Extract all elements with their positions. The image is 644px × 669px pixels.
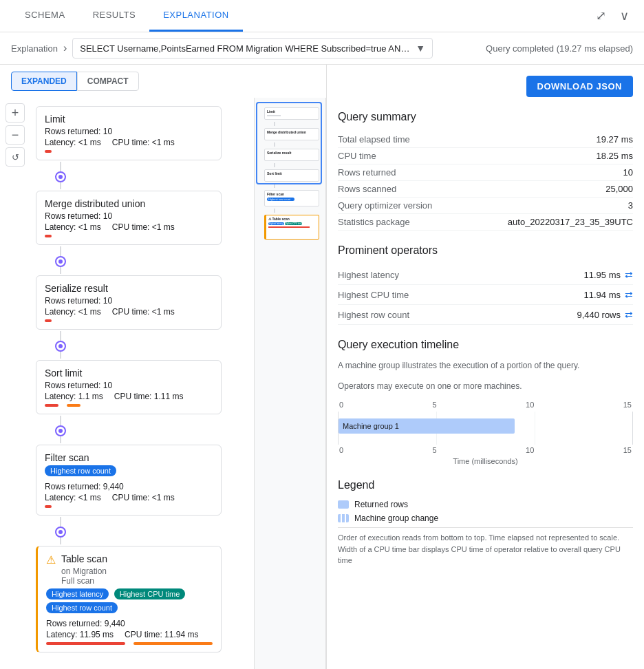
- connector-1: [55, 160, 66, 191]
- connector-circle: [55, 341, 66, 352]
- query-text: SELECT Username,PointsEarned FROM Migrat…: [80, 43, 410, 54]
- latency-bar: [46, 642, 125, 645]
- timeline-chart: 0 5 10 15 Machine group 1 0: [338, 401, 633, 465]
- warning-icon: ⚠: [46, 553, 56, 566]
- node-sort[interactable]: Sort limit Rows returned: 10 Latency: 1.…: [36, 360, 222, 414]
- tab-results[interactable]: RESULTS: [79, 0, 150, 32]
- download-json-button[interactable]: DOWNLOAD JSON: [526, 76, 634, 97]
- node-limit-rows: Rows returned: 10: [45, 127, 213, 136]
- timeline-bar-label: Machine group 1: [343, 422, 399, 430]
- timeline-machine-group-bar: Machine group 1: [339, 418, 515, 434]
- node-filter[interactable]: Filter scan Highest row count Rows retur…: [36, 445, 222, 516]
- node-serialize-cpu: CPU time: <1 ms: [112, 307, 175, 317]
- connector-5: [55, 516, 66, 546]
- prominent-key: Highest row count: [338, 310, 409, 320]
- node-tablescan-rows: Rows returned: 9,440: [46, 619, 213, 628]
- mini-node: Sort limit: [264, 169, 319, 182]
- connector-line2: [60, 182, 61, 189]
- chevron-down-icon: ▼: [416, 43, 425, 54]
- compact-toggle[interactable]: COMPACT: [77, 72, 139, 91]
- node-tablescan-subtitle: on MigrationFull scan: [61, 566, 107, 586]
- summary-val: 18.25 ms: [597, 151, 633, 161]
- query-selector[interactable]: SELECT Username,PointsEarned FROM Migrat…: [72, 38, 433, 59]
- tab-schema[interactable]: SCHEMA: [11, 0, 79, 32]
- summary-key: Rows scanned: [338, 184, 396, 194]
- node-sort-rows: Rows returned: 10: [45, 381, 213, 390]
- node-filter-bars: [45, 505, 213, 508]
- summary-val: 25,000: [605, 184, 633, 194]
- summary-row-stats: Statistics package auto_20220317_23_35_3…: [338, 214, 633, 231]
- node-tablescan[interactable]: ⚠ Table scan on MigrationFull scan Highe…: [36, 546, 222, 652]
- mini-connector: [274, 163, 275, 167]
- summary-row-optimizer: Query optimizer version 3: [338, 198, 633, 214]
- tab-explanation[interactable]: EXPLANATION: [149, 0, 243, 32]
- connector-line: [60, 246, 61, 256]
- node-filter-title: Filter scan: [45, 452, 213, 463]
- connector-circle: [55, 171, 66, 182]
- summary-val: 10: [623, 167, 633, 178]
- timeline-xlabel: Time (milliseconds): [338, 457, 633, 465]
- badge-highest-latency: Highest latency: [46, 588, 109, 599]
- mini-latency-bar: [268, 226, 310, 228]
- mini-map: Limit Merge distributed union Serialize …: [254, 98, 326, 669]
- latency-bar: [45, 235, 52, 237]
- connector-line: [60, 517, 61, 527]
- breadcrumb-arrow: ›: [63, 42, 67, 54]
- timeline-section: Query execution timeline A machine group…: [338, 339, 633, 465]
- node-serialize[interactable]: Serialize result Rows returned: 10 Laten…: [36, 275, 222, 330]
- zoom-in-button[interactable]: +: [6, 103, 25, 123]
- summary-row-elapsed: Total elapsed time 19.27 ms: [338, 131, 633, 148]
- node-serialize-title: Serialize result: [45, 283, 213, 294]
- node-filter-rows: Rows returned: 9,440: [45, 482, 213, 491]
- expanded-toggle[interactable]: EXPANDED: [11, 72, 77, 91]
- prominent-operators-section: Prominent operators Highest latency 11.9…: [338, 244, 633, 325]
- connector-line2: [60, 436, 61, 443]
- node-merge-bars: [45, 235, 213, 237]
- legend-note: Order of execution reads from bottom to …: [338, 532, 633, 566]
- legend-label-returned: Returned rows: [354, 500, 408, 509]
- legend-divider: [338, 527, 633, 528]
- right-panel: DOWNLOAD JSON Query summary Total elapse…: [327, 65, 644, 669]
- mini-node: Merge distributed union: [264, 128, 319, 140]
- link-icon[interactable]: ⇄: [625, 289, 633, 300]
- legend-label-machine: Machine group change: [354, 513, 438, 523]
- summary-row-rows-scanned: Rows scanned 25,000: [338, 181, 633, 198]
- connector-dot: [58, 530, 63, 534]
- node-merge-cpu: CPU time: <1 ms: [112, 222, 175, 232]
- connector-2: [55, 245, 66, 275]
- timeline-desc2: Operators may execute on one or more mac…: [338, 380, 633, 392]
- cpu-bar: [67, 404, 80, 407]
- node-sort-title: Sort limit: [45, 368, 213, 379]
- node-limit[interactable]: Limit Rows returned: 10 Latency: <1 ms C…: [36, 106, 222, 160]
- breadcrumb-label: Explanation: [11, 43, 58, 54]
- summary-key: Statistics package: [338, 217, 410, 227]
- connector-dot: [58, 429, 63, 433]
- timeline-axis-top: 0 5 10 15: [338, 401, 633, 409]
- mini-node: ⚠ Table scan Highest latency Highest CPU…: [264, 215, 319, 240]
- connector-dot: [58, 344, 63, 348]
- chevron-down-icon[interactable]: ∨: [616, 4, 633, 28]
- node-merge[interactable]: Merge distributed union Rows returned: 1…: [36, 191, 222, 245]
- prominent-val: 11.95 ms ⇄: [584, 269, 633, 280]
- node-limit-latency: Latency: <1 ms: [45, 138, 101, 147]
- mini-node: Filter scan Highest row count: [264, 190, 319, 206]
- zoom-reset-button[interactable]: ↺: [6, 147, 25, 167]
- summary-key: Query optimizer version: [338, 200, 432, 211]
- legend-section: Legend Returned rows Machine group chang…: [338, 479, 633, 566]
- node-merge-latency: Latency: <1 ms: [45, 222, 101, 232]
- node-tablescan-latency: Latency: 11.95 ms: [46, 630, 114, 639]
- link-icon[interactable]: ⇄: [625, 309, 633, 320]
- legend-item-machine-group: Machine group change: [338, 513, 633, 523]
- zoom-out-button[interactable]: −: [6, 125, 25, 145]
- summary-row-cpu: CPU time 18.25 ms: [338, 148, 633, 164]
- badge-highest-cpu: Highest CPU time: [114, 588, 185, 599]
- elapsed-time: Query completed (19.27 ms elapsed): [486, 43, 633, 54]
- node-merge-rows: Rows returned: 10: [45, 211, 213, 221]
- timeline-desc1: A machine group illustrates the executio…: [338, 359, 633, 372]
- latency-bar: [45, 150, 52, 153]
- node-limit-cpu: CPU time: <1 ms: [112, 138, 175, 147]
- cpu-bar: [133, 642, 213, 645]
- link-icon[interactable]: ⇄: [625, 269, 633, 280]
- expand-icon[interactable]: ⤢: [592, 4, 610, 28]
- node-limit-bars: [45, 150, 213, 153]
